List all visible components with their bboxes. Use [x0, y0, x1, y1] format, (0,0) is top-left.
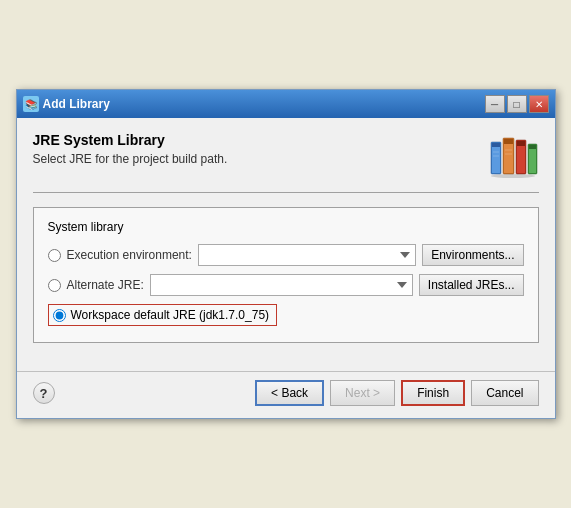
execution-env-label: Execution environment: — [67, 248, 192, 262]
title-bar: 📚 Add Library ─ □ ✕ — [17, 90, 555, 118]
header-text: JRE System Library Select JRE for the pr… — [33, 132, 228, 166]
workspace-jre-row: Workspace default JRE (jdk1.7.0_75) — [48, 304, 524, 326]
next-button[interactable]: Next > — [330, 380, 395, 406]
svg-point-16 — [491, 174, 535, 178]
footer-left: ? — [33, 382, 55, 404]
installed-jres-button[interactable]: Installed JREs... — [419, 274, 524, 296]
svg-rect-8 — [517, 141, 525, 146]
alternate-jre-radio[interactable] — [48, 279, 61, 292]
page-subtitle: Select JRE for the project build path. — [33, 152, 228, 166]
window-title: Add Library — [43, 97, 110, 111]
minimize-button[interactable]: ─ — [485, 95, 505, 113]
svg-rect-10 — [529, 145, 536, 173]
svg-rect-11 — [529, 145, 536, 149]
add-library-window: 📚 Add Library ─ □ ✕ JRE System Library S… — [16, 89, 556, 419]
system-library-group: System library Execution environment: En… — [33, 207, 539, 343]
workspace-jre-radio[interactable] — [53, 309, 66, 322]
finish-button[interactable]: Finish — [401, 380, 465, 406]
back-button[interactable]: < Back — [255, 380, 324, 406]
title-bar-left: 📚 Add Library — [23, 96, 110, 112]
workspace-jre-text: Workspace default JRE (jdk1.7.0_75) — [71, 308, 270, 322]
help-button[interactable]: ? — [33, 382, 55, 404]
footer: ? < Back Next > Finish Cancel — [17, 371, 555, 418]
svg-rect-4 — [504, 139, 513, 173]
execution-env-select[interactable] — [198, 244, 416, 266]
execution-env-radio[interactable] — [48, 249, 61, 262]
alternate-jre-label: Alternate JRE: — [67, 278, 144, 292]
main-content: JRE System Library Select JRE for the pr… — [17, 118, 555, 371]
header-section: JRE System Library Select JRE for the pr… — [33, 132, 539, 178]
window-icon: 📚 — [23, 96, 39, 112]
alternate-jre-row: Alternate JRE: Installed JREs... — [48, 274, 524, 296]
svg-rect-5 — [504, 139, 513, 144]
alternate-jre-select[interactable] — [150, 274, 413, 296]
execution-env-row: Execution environment: Environments... — [48, 244, 524, 266]
environments-button[interactable]: Environments... — [422, 244, 523, 266]
books-icon — [487, 132, 539, 178]
restore-button[interactable]: □ — [507, 95, 527, 113]
workspace-jre-label-container[interactable]: Workspace default JRE (jdk1.7.0_75) — [48, 304, 278, 326]
svg-rect-1 — [492, 143, 500, 173]
close-button[interactable]: ✕ — [529, 95, 549, 113]
footer-buttons: < Back Next > Finish Cancel — [255, 380, 538, 406]
page-title: JRE System Library — [33, 132, 228, 148]
header-divider — [33, 192, 539, 193]
group-label: System library — [48, 220, 524, 234]
cancel-button[interactable]: Cancel — [471, 380, 538, 406]
title-bar-buttons: ─ □ ✕ — [485, 95, 549, 113]
svg-rect-2 — [492, 143, 500, 147]
